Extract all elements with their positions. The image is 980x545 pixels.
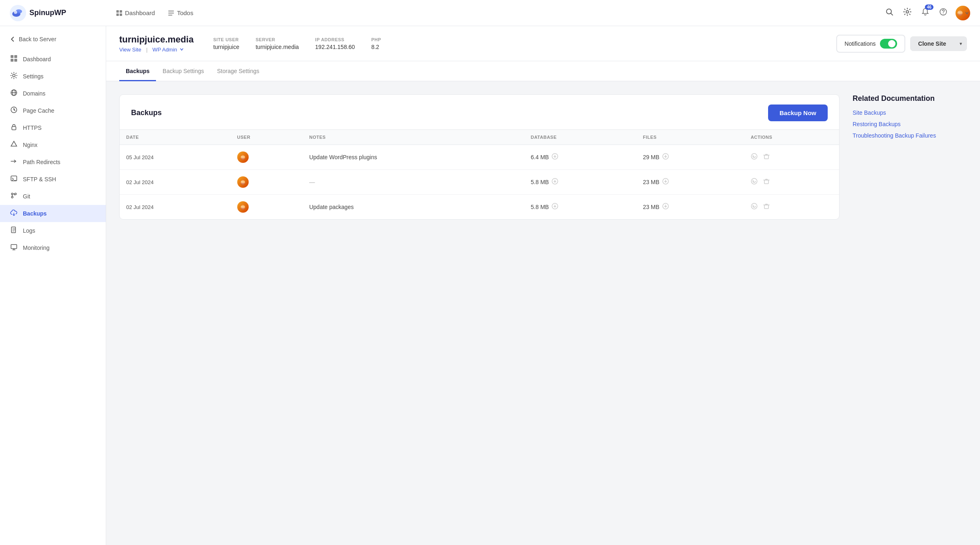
git-icon [10,192,18,199]
site-user-label: SITE USER [213,37,239,42]
download-files-icon [662,202,669,210]
docs-link-restoring-backups[interactable]: Restoring Backups [853,121,967,127]
sidebar-item-settings[interactable]: Settings [0,68,106,85]
site-meta: SITE USER turnipjuice SERVER turnipjuice… [213,37,817,50]
svg-rect-39 [764,155,768,159]
trash-icon [763,153,770,160]
col-actions: ACTIONS [744,130,839,145]
row-actions [744,170,839,195]
restore-icon [751,202,758,210]
view-site-link[interactable]: View Site [119,47,141,53]
sidebar-item-sftp-ssh[interactable]: SFTP & SSH [0,171,106,188]
download-files-button[interactable] [662,202,669,211]
app-name: SpinupWP [29,9,66,17]
sidebar-item-label: HTTPS [23,125,42,131]
download-database-button[interactable] [551,202,559,211]
clock-icon [10,106,18,113]
svg-rect-18 [11,59,13,62]
table-row: 05 Jul 2024 🧅 Update WordPress plugins 6… [120,145,839,170]
main-content: turnipjuice.media View Site | WP Admin S… [106,26,980,233]
clone-site-button[interactable]: Clone Site [910,36,954,51]
logo-area: SpinupWP [10,5,116,21]
docs-title: Related Documentation [853,94,967,103]
search-button[interactable] [884,6,895,20]
tab-backups[interactable]: Backups [119,61,156,81]
sidebar-item-page-cache[interactable]: Page Cache [0,102,106,119]
delete-button[interactable] [763,202,770,211]
nav-actions: 46 🧅 [884,6,970,20]
download-files-icon [662,178,669,185]
notifications-button[interactable]: 46 [920,6,931,20]
nav-dashboard[interactable]: Dashboard [116,9,155,16]
row-user: 🧅 [231,145,303,170]
download-files-button[interactable] [662,178,669,187]
row-notes: Update packages [303,195,524,220]
sidebar-item-label: Page Cache [23,107,54,114]
user-avatar[interactable]: 🧅 [956,6,970,20]
sidebar-item-backups[interactable]: Backups [0,205,106,222]
svg-rect-4 [116,10,119,13]
search-icon [885,8,893,16]
docs-link-site-backups[interactable]: Site Backups [853,109,967,116]
nav-links: Dashboard Todos [116,9,884,16]
sidebar-item-nginx[interactable]: Nginx [0,136,106,153]
trash-icon [763,202,770,210]
logo-icon [10,5,26,21]
download-database-button[interactable] [551,153,559,162]
ip-value: 192.241.158.60 [315,44,355,50]
tab-backup-settings[interactable]: Backup Settings [156,61,210,81]
row-date: 02 Jul 2024 [120,195,231,220]
sidebar-item-https[interactable]: HTTPS [0,119,106,136]
grid-icon [10,55,18,62]
site-user-value: turnipjuice [213,44,239,50]
dashboard-icon [116,10,122,16]
notifications-toggle-button[interactable]: Notifications [836,35,905,53]
restore-button[interactable] [751,153,758,162]
back-to-server-link[interactable]: Back to Server [0,31,106,47]
php-group: PHP 8.2 [371,37,381,50]
delete-button[interactable] [763,178,770,187]
col-files: FILES [636,130,744,145]
domains-sidebar-icon [10,89,18,98]
lock-icon [10,123,18,131]
backup-now-button[interactable]: Backup Now [768,105,828,121]
download-files-button[interactable] [662,153,669,162]
settings-button[interactable] [902,6,913,20]
sidebar-item-label: Settings [23,73,44,80]
download-db-icon [551,202,559,210]
nav-todos[interactable]: Todos [168,9,193,16]
download-database-button[interactable] [551,178,559,187]
sidebar-item-domains[interactable]: Domains [0,85,106,102]
restore-button[interactable] [751,178,758,187]
docs-link-troubleshooting[interactable]: Troubleshooting Backup Failures [853,132,967,139]
help-icon [939,8,947,16]
tab-storage-settings[interactable]: Storage Settings [211,61,266,81]
delete-button[interactable] [763,153,770,162]
help-button[interactable] [938,6,949,20]
svg-rect-7 [120,13,122,16]
page-cache-sidebar-icon [10,106,18,115]
sidebar-item-label: Nginx [23,142,38,148]
server-value: turnipjuice.media [256,44,299,50]
row-database: 5.8 MB [524,170,637,195]
restore-button[interactable] [751,202,758,211]
row-files: 23 MB [636,170,744,195]
wp-admin-link[interactable]: WP Admin [152,47,184,53]
sidebar-item-label: Backups [23,210,47,217]
svg-rect-10 [168,15,172,16]
clone-site-dropdown-button[interactable]: ▾ [955,37,967,51]
sidebar-item-dashboard[interactable]: Dashboard [0,51,106,68]
sidebar-item-git[interactable]: Git [0,188,106,205]
notifications-toggle[interactable] [880,39,897,49]
row-user: 🧅 [231,170,303,195]
server-label: SERVER [256,37,299,42]
sidebar-item-path-redirects[interactable]: Path Redirects [0,153,106,171]
https-sidebar-icon [10,123,18,132]
cloud-icon [10,209,18,216]
sidebar-item-logs[interactable]: Logs [0,222,106,233]
wp-admin-dropdown-icon [180,47,184,51]
ip-label: IP ADDRESS [315,37,355,42]
svg-rect-27 [11,176,17,181]
tabs-bar: Backups Backup Settings Storage Settings [106,61,980,81]
globe-icon [10,89,18,96]
